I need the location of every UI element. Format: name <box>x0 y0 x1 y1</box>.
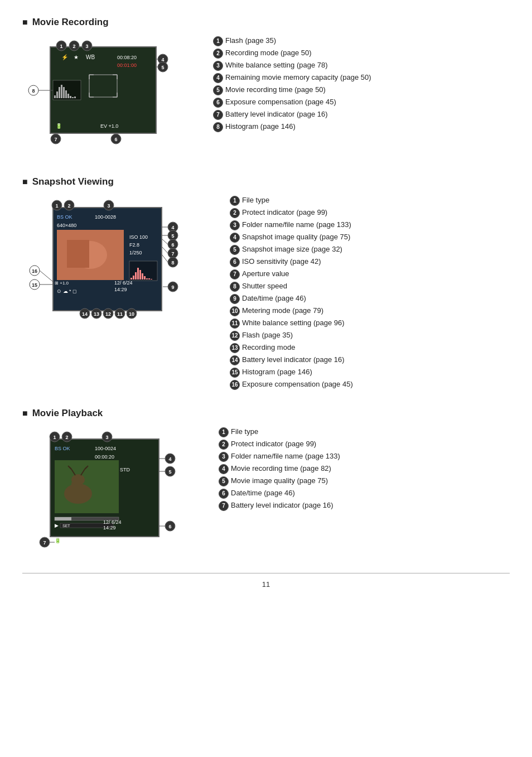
page-divider <box>22 573 510 573</box>
snapshot-viewing-items: 1 File type 2 Protect indicator (page 99… <box>230 195 353 390</box>
svg-text:4: 4 <box>168 456 171 462</box>
snapshot-viewing-section: Snapshot Viewing BS OK 100-0028 640×480 … <box>22 176 510 390</box>
svg-text:12/ 6/24: 12/ 6/24 <box>103 519 122 525</box>
list-item: 7 Battery level indicator (page 16) <box>219 500 340 511</box>
svg-text:14: 14 <box>82 311 88 317</box>
svg-text:⊞ +1.0: ⊞ +1.0 <box>55 281 69 286</box>
svg-line-95 <box>162 254 168 262</box>
svg-rect-22 <box>67 94 69 98</box>
svg-text:16: 16 <box>32 268 37 274</box>
list-item: 12 Flash (page 35) <box>230 330 353 341</box>
svg-text:1/250: 1/250 <box>129 250 142 255</box>
svg-point-124 <box>71 474 85 485</box>
svg-text:4: 4 <box>171 225 174 230</box>
snapshot-viewing-screen: BS OK 100-0028 640×480 ISO 100 F2.8 1/25… <box>22 195 212 329</box>
svg-rect-68 <box>139 270 141 279</box>
movie-recording-svg: ⚡ ★ WB 00:08:20 00:01:00 <box>22 36 195 158</box>
movie-playback-title: Movie Playback <box>22 408 510 419</box>
list-item: 7 Battery level indicator (page 16) <box>213 109 371 120</box>
svg-text:100-0024: 100-0024 <box>95 446 116 451</box>
movie-playback-items: 1 File type 2 Protect indicator (page 99… <box>219 427 340 511</box>
list-item: 6 Exposure compensation (page 45) <box>213 97 371 108</box>
svg-rect-21 <box>65 90 67 98</box>
list-item: 10 Metering mode (page 79) <box>230 306 353 316</box>
svg-text:6: 6 <box>171 242 174 248</box>
svg-text:00:00:20: 00:00:20 <box>95 454 114 460</box>
list-item: 2 Protect indicator (page 99) <box>230 208 353 218</box>
svg-text:12/ 6/24: 12/ 6/24 <box>114 280 133 286</box>
svg-rect-67 <box>137 268 139 279</box>
svg-text:2: 2 <box>72 44 75 49</box>
movie-playback-screen: BS OK 100-0024 00:00:20 STD <box>22 427 201 555</box>
svg-text:00:01:00: 00:01:00 <box>117 62 137 68</box>
svg-text:🔋: 🔋 <box>55 537 61 544</box>
list-item: 3 Folder name/file name (page 133) <box>230 220 353 230</box>
svg-text:1: 1 <box>55 203 58 209</box>
movie-recording-body: ⚡ ★ WB 00:08:20 00:01:00 <box>22 36 510 158</box>
svg-text:⚡: ⚡ <box>61 54 69 61</box>
svg-rect-65 <box>133 276 134 279</box>
svg-text:11: 11 <box>117 311 123 317</box>
svg-text:1: 1 <box>53 435 56 440</box>
list-item: 4 Snapshot image quality (page 75) <box>230 232 353 243</box>
list-item: 4 Remaining movie memory capacity (page … <box>213 73 371 83</box>
list-item: 15 Histogram (page 146) <box>230 367 353 378</box>
svg-line-89 <box>162 239 168 244</box>
svg-rect-16 <box>54 95 56 98</box>
movie-recording-items: 1 Flash (page 35) 2 Recording mode (page… <box>213 36 371 132</box>
svg-text:🔋: 🔋 <box>56 123 62 129</box>
list-item: 7 Aperture value <box>230 269 353 279</box>
svg-rect-19 <box>61 85 62 98</box>
list-item: 1 File type <box>230 195 353 206</box>
svg-rect-66 <box>135 272 137 279</box>
list-item: 9 Date/time (page 46) <box>230 293 353 304</box>
svg-rect-24 <box>72 97 74 98</box>
svg-rect-64 <box>130 278 132 279</box>
svg-text:7: 7 <box>54 137 57 142</box>
svg-text:7: 7 <box>171 251 174 257</box>
svg-text:13: 13 <box>94 311 99 317</box>
svg-text:12: 12 <box>105 311 111 317</box>
list-item: 6 Date/time (page 46) <box>219 488 340 499</box>
movie-playback-section: Movie Playback BS OK 100-0024 00:00:20 S… <box>22 408 510 555</box>
svg-text:640×480: 640×480 <box>57 223 76 228</box>
svg-text:⊙ ☁ * ◻: ⊙ ☁ * ◻ <box>57 288 76 294</box>
list-item: 2 Protect indicator (page 99) <box>219 439 340 450</box>
snapshot-viewing-body: BS OK 100-0028 640×480 ISO 100 F2.8 1/25… <box>22 195 510 390</box>
svg-text:14:29: 14:29 <box>103 525 116 531</box>
list-item: 13 Recording mode <box>230 343 353 353</box>
list-item: 5 Movie image quality (page 75) <box>219 476 340 486</box>
svg-line-114 <box>40 271 53 282</box>
svg-text:3: 3 <box>85 44 88 49</box>
svg-text:WB: WB <box>86 54 95 60</box>
svg-text:F2.8: F2.8 <box>129 242 139 248</box>
svg-text:BS OK: BS OK <box>57 214 72 220</box>
svg-text:100-0028: 100-0028 <box>95 214 116 220</box>
list-item: 4 Movie recording time (page 82) <box>219 464 340 474</box>
svg-rect-56 <box>67 240 89 268</box>
svg-text:5: 5 <box>161 65 164 70</box>
svg-text:15: 15 <box>32 282 37 288</box>
svg-text:14:29: 14:29 <box>114 287 127 292</box>
list-item: 1 Flash (page 35) <box>213 36 371 46</box>
list-item: 5 Snapshot image size (page 32) <box>230 244 353 255</box>
movie-recording-title: Movie Recording <box>22 17 510 28</box>
list-item: 16 Exposure compensation (page 45) <box>230 379 353 390</box>
list-item: 11 White balance setting (page 96) <box>230 318 353 329</box>
svg-rect-25 <box>74 97 76 98</box>
svg-text:8: 8 <box>32 88 35 94</box>
snapshot-viewing-svg: BS OK 100-0028 640×480 ISO 100 F2.8 1/25… <box>22 195 212 329</box>
svg-rect-73 <box>151 279 152 279</box>
svg-text:3: 3 <box>107 203 110 209</box>
svg-text:1: 1 <box>60 44 62 49</box>
list-item: 2 Recording mode (page 50) <box>213 48 371 59</box>
svg-rect-132 <box>55 517 71 520</box>
svg-line-92 <box>162 247 168 253</box>
svg-rect-20 <box>63 87 65 98</box>
svg-rect-72 <box>148 278 150 279</box>
svg-text:SET: SET <box>62 524 70 528</box>
svg-rect-23 <box>70 96 71 98</box>
svg-text:ISO 100: ISO 100 <box>129 234 148 240</box>
snapshot-viewing-title: Snapshot Viewing <box>22 176 510 187</box>
page-number: 11 <box>22 580 510 589</box>
